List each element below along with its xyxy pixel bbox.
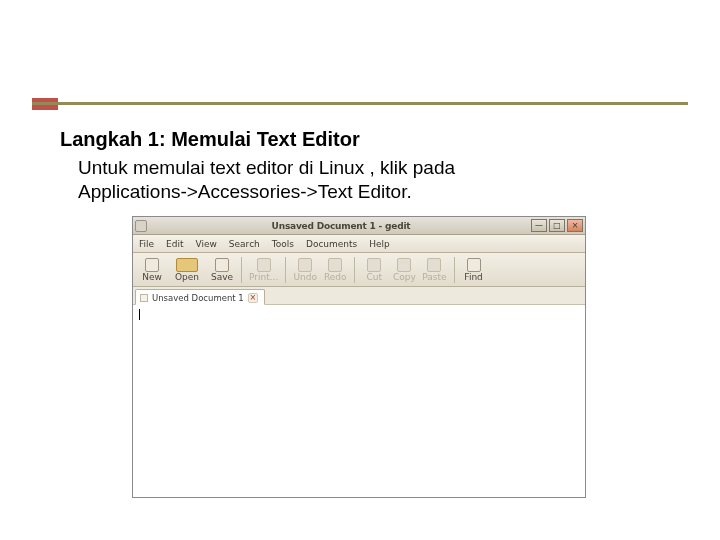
menu-file[interactable]: File [139,239,154,249]
menubar: File Edit View Search Tools Documents He… [133,235,585,253]
tab-label: Unsaved Document 1 [152,293,244,303]
toolbar-separator [241,257,242,283]
menu-tools[interactable]: Tools [272,239,294,249]
cut-label: Cut [367,272,383,282]
undo-label: Undo [294,272,318,282]
find-button[interactable]: Find [459,257,489,283]
paste-button[interactable]: Paste [419,257,449,283]
print-label: Print... [249,272,278,282]
redo-icon [328,258,342,272]
print-button[interactable]: Print... [246,257,281,283]
editor-area[interactable] [133,305,585,497]
cut-button[interactable]: Cut [359,257,389,283]
titlebar[interactable]: Unsaved Document 1 - gedit — □ × [133,217,585,235]
open-folder-icon [176,258,198,272]
new-file-icon [145,258,159,272]
window-title: Unsaved Document 1 - gedit [151,221,531,231]
save-disk-icon [215,258,229,272]
clipboard-icon [427,258,441,272]
close-button[interactable]: × [567,219,583,232]
maximize-icon: □ [553,222,561,230]
redo-label: Redo [324,272,347,282]
maximize-button[interactable]: □ [549,219,565,232]
step-heading: Langkah 1: Memulai Text Editor [60,128,360,151]
find-label: Find [464,272,482,282]
body-line-2: Applications->Accessories->Text Editor. [78,181,412,202]
open-button[interactable]: Open [167,257,207,283]
gedit-window: Unsaved Document 1 - gedit — □ × File Ed… [132,216,586,498]
app-icon [135,220,147,232]
save-button[interactable]: Save [207,257,237,283]
close-icon: × [572,222,579,230]
redo-button[interactable]: Redo [320,257,350,283]
scissors-icon [367,258,381,272]
save-label: Save [211,272,233,282]
copy-button[interactable]: Copy [389,257,419,283]
tabbar: Unsaved Document 1 × [133,287,585,305]
document-icon [140,294,148,302]
toolbar: New Open Save Print... Undo Redo Cut [133,253,585,287]
menu-view[interactable]: View [196,239,217,249]
printer-icon [257,258,271,272]
toolbar-separator [454,257,455,283]
step-body: Untuk memulai text editor di Linux , kli… [78,156,455,205]
copy-icon [397,258,411,272]
document-tab[interactable]: Unsaved Document 1 × [135,289,265,305]
new-button[interactable]: New [137,257,167,283]
menu-edit[interactable]: Edit [166,239,183,249]
close-icon: × [249,294,256,302]
menu-documents[interactable]: Documents [306,239,357,249]
toolbar-separator [354,257,355,283]
toolbar-separator [285,257,286,283]
undo-icon [298,258,312,272]
open-label: Open [175,272,199,282]
new-label: New [142,272,162,282]
search-icon [467,258,481,272]
paste-label: Paste [422,272,446,282]
slide-divider [32,102,688,105]
body-line-1: Untuk memulai text editor di Linux , kli… [78,157,455,178]
menu-search[interactable]: Search [229,239,260,249]
minimize-button[interactable]: — [531,219,547,232]
tab-close-button[interactable]: × [248,293,258,303]
menu-help[interactable]: Help [369,239,390,249]
copy-label: Copy [393,272,416,282]
minimize-icon: — [535,222,543,230]
text-caret [139,309,140,320]
undo-button[interactable]: Undo [290,257,320,283]
